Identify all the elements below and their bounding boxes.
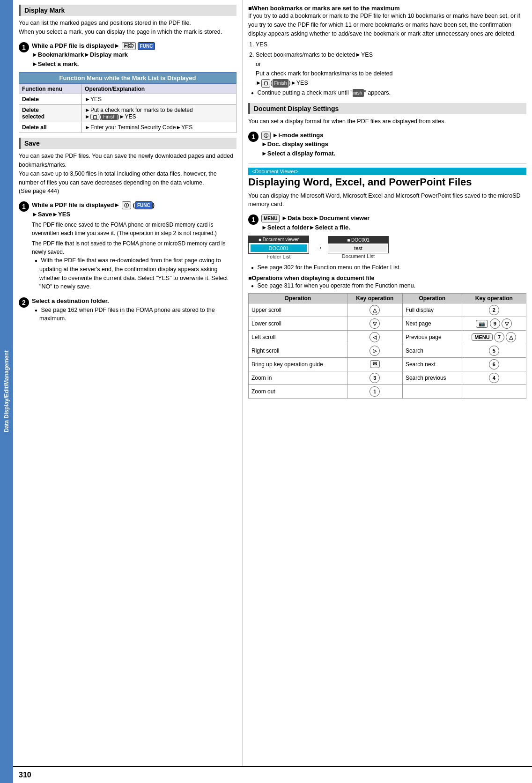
right-column: ■When bookmarks or marks are set to the …: [243, 0, 532, 766]
ops-op-cell: Upper scroll: [249, 303, 347, 317]
screenshot-left-row1: DOC001: [251, 244, 307, 252]
up2-key-icon: △: [506, 332, 516, 342]
screenshot-right: ■ DOC001 test: [328, 236, 389, 253]
doc-viewer-body: You can display the Microsoft Word, Micr…: [248, 192, 526, 209]
menu-key-icon: MENU: [261, 214, 280, 222]
i-key3-icon: Ⓘ: [261, 132, 271, 140]
left-key-icon: ◁: [369, 332, 380, 342]
ops-op-cell: Full display: [402, 303, 462, 317]
func-col-header-2: Operation/Explanation: [82, 84, 236, 94]
camera-key-icon: 📷: [476, 320, 488, 328]
display-mark-title: Display Mark: [19, 5, 236, 16]
ops-key-cell: ▷: [347, 344, 402, 357]
ops-key-cell: MENU 7 △: [462, 330, 526, 344]
func-key-icon: FUNC: [138, 42, 155, 50]
table-row: Delete ►YES: [19, 94, 236, 105]
ops-col-op1: Operation: [249, 293, 347, 303]
step-number-dd1: 1: [248, 132, 259, 142]
ops-op-cell: Lower scroll: [249, 317, 347, 330]
screenshot-left-titlebar: ■ Document viewer: [249, 236, 309, 243]
save-section: Save You can save the PDF files. You can…: [19, 138, 236, 325]
save-title: Save: [19, 138, 236, 149]
function-menu-section: Function Menu while the Mark List is Dis…: [19, 72, 236, 133]
ops-col-key1: Key operation: [347, 293, 402, 303]
finish2-key-icon: ▢: [261, 79, 270, 88]
table-row: Deleteselected ►Put a check mark for mar…: [19, 105, 236, 122]
ops-key-cell: ✉: [347, 357, 402, 371]
right-key-icon: ▷: [369, 346, 380, 356]
doc-viewer-step1: 1 MENU ►Data box►Document viewer ►Select…: [248, 214, 526, 232]
list-item: YES: [256, 40, 526, 49]
doc-viewer-tag: <Document Viewer>: [248, 168, 526, 175]
display-mark-step1: 1 While a PDF file is displayed► Ⓘ FUNC…: [19, 41, 236, 69]
max-section: ■When bookmarks or marks are set to the …: [248, 5, 526, 97]
screenshot-right-caption: Document List: [328, 253, 389, 259]
table-row: Upper scroll △ Full display 2: [249, 303, 526, 317]
doc-display-section: Document Display Settings You can set a …: [248, 103, 526, 158]
doc-viewer-section: <Document Viewer> Displaying Word, Excel…: [248, 168, 526, 398]
doc-viewer-title: Displaying Word, Excel, and PowerPoint F…: [248, 176, 526, 188]
func-op-cell: ►Enter your Terminal Security Code►YES: [82, 122, 236, 133]
menu-key2-icon: MENU: [472, 333, 492, 341]
ops-op-cell: [402, 384, 462, 398]
ops-col-key2: Key operation: [462, 293, 526, 303]
columns: Display Mark You can list the marked pag…: [13, 0, 532, 766]
func-col-header-1: Function menu: [19, 84, 82, 94]
finish2-badge: Finish: [273, 79, 289, 88]
max-heading: ■When bookmarks or marks are set to the …: [248, 5, 526, 12]
save-note2: The PDF file that is not saved to the FO…: [32, 239, 236, 256]
screenshot-row: ■ Document viewer DOC001 Folder List → ■…: [248, 236, 526, 259]
table-row: Delete all ►Enter your Terminal Security…: [19, 122, 236, 133]
screenshot-right-titlebar: ■ DOC001: [328, 236, 388, 244]
ops-key-cell: ▽: [347, 317, 402, 330]
ops-op-cell: Next page: [402, 317, 462, 330]
ops-op-cell: Search previous: [402, 371, 462, 384]
mail-key-icon: ✉: [370, 360, 380, 368]
key7-icon: 7: [494, 332, 504, 342]
save-note1: The PDF file once saved to the FOMA phon…: [32, 221, 236, 237]
key6-icon: 6: [489, 359, 499, 369]
left-column: Display Mark You can list the marked pag…: [13, 0, 243, 766]
step-number-dv1: 1: [248, 214, 259, 225]
ops-key-cell: ◁: [347, 330, 402, 344]
sidebar-label: Data Display/Edit/Management: [3, 351, 10, 433]
ops-op-cell: Bring up key operation guide: [249, 357, 347, 371]
step1b-content: While a PDF file is displayed► Ⓘ (FUNC) …: [32, 200, 236, 293]
table-row: Left scroll ◁ Previous page MENU 7 △: [249, 330, 526, 344]
func-menu-cell: Delete: [19, 94, 82, 105]
display-mark-body: You can list the marked pages and positi…: [19, 19, 236, 37]
save-step2-bullet: See page 162 when PDF files in the FOMA …: [32, 306, 236, 324]
key3-icon: 3: [369, 373, 380, 383]
i-key2-icon: Ⓘ: [122, 201, 131, 209]
down2-key-icon: ▽: [502, 318, 512, 329]
ops-op-cell: Left scroll: [249, 330, 347, 344]
ops-col-op2: Operation: [402, 293, 462, 303]
ops-key-cell: 5: [462, 344, 526, 357]
table-row: Bring up key operation guide ✉ Search ne…: [249, 357, 526, 371]
i-key-icon: Ⓘ: [122, 42, 136, 50]
step-number-1: 1: [19, 42, 29, 52]
page-number: 310: [19, 771, 31, 779]
ops-key-cell: 📷 9 ▽: [462, 317, 526, 330]
ops-bullet1: See page 311 for when you operate from t…: [248, 281, 526, 290]
ops-key-cell: 4: [462, 371, 526, 384]
func-menu-cell: Delete all: [19, 122, 82, 133]
func-menu-table: Function menu Operation/Explanation Dele…: [19, 84, 236, 133]
ops-key-cell: 1: [347, 384, 402, 398]
operations-table: Operation Key operation Operation Key op…: [248, 293, 526, 399]
step1-content: While a PDF file is displayed► Ⓘ FUNC ►…: [32, 41, 236, 69]
down-key-icon: ▽: [369, 318, 380, 329]
save-step2: 2 Select a destination folder. See page …: [19, 296, 236, 325]
step-dv1-content: MENU ►Data box►Document viewer ►Select a…: [261, 214, 526, 232]
max-bullet: Continue putting a check mark until "Fin…: [248, 89, 526, 97]
key9-icon: 9: [490, 318, 500, 329]
table-row: Zoom in 3 Search previous 4: [249, 371, 526, 384]
step-number-1b: 1: [19, 201, 29, 212]
sidebar: Data Display/Edit/Management: [0, 0, 13, 783]
key2-icon: 2: [489, 305, 499, 315]
ops-op-cell: Zoom in: [249, 371, 347, 384]
screenshot-left: ■ Document viewer DOC001: [248, 236, 309, 254]
doc-display-body: You can set a display format for when th…: [248, 117, 526, 126]
key5-icon: 5: [489, 346, 499, 356]
screenshot-right-wrapper: ■ DOC001 test Document List: [328, 236, 389, 259]
